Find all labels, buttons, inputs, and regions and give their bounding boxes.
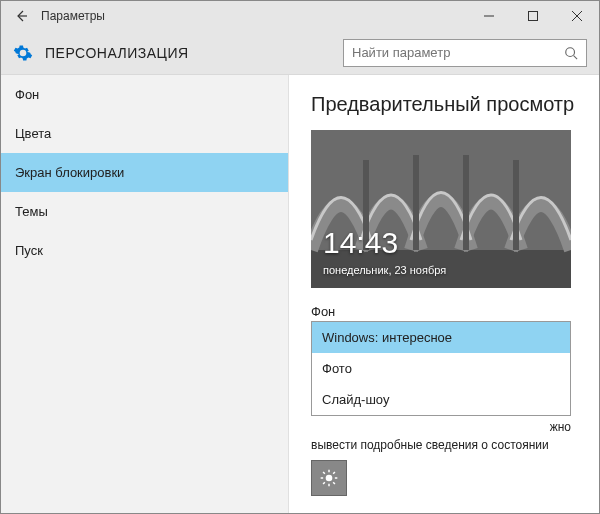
svg-line-15: [323, 482, 325, 484]
minimize-button[interactable]: [467, 1, 511, 31]
header-title: ПЕРСОНАЛИЗАЦИЯ: [45, 45, 189, 61]
sidebar: Фон Цвета Экран блокировки Темы Пуск: [1, 75, 289, 513]
search-box[interactable]: [343, 39, 587, 67]
back-button[interactable]: [1, 8, 41, 24]
svg-point-1: [566, 47, 575, 56]
hint-fragment: жно: [550, 420, 571, 434]
sidebar-item-start[interactable]: Пуск: [1, 231, 288, 270]
status-app-button[interactable]: [311, 460, 347, 496]
svg-rect-0: [529, 12, 538, 21]
close-button[interactable]: [555, 1, 599, 31]
minimize-icon: [484, 11, 494, 21]
preview-time: 14:43: [323, 226, 398, 260]
titlebar: Параметры: [1, 1, 599, 31]
dropdown-option-photo[interactable]: Фото: [312, 353, 570, 384]
search-icon: [564, 46, 578, 60]
sidebar-item-themes[interactable]: Темы: [1, 192, 288, 231]
preview-title: Предварительный просмотр: [311, 93, 577, 116]
hint-text: жно: [311, 420, 571, 434]
window-controls: [467, 1, 599, 31]
hint-text-2: вывести подробные сведения о состоянии: [311, 438, 577, 452]
dropdown-option-slideshow[interactable]: Слайд-шоу: [312, 384, 570, 415]
sidebar-item-colors[interactable]: Цвета: [1, 114, 288, 153]
gear-icon: [13, 43, 33, 63]
dropdown-option-spotlight[interactable]: Windows: интересное: [312, 322, 570, 353]
search-input[interactable]: [352, 45, 564, 60]
svg-point-8: [326, 475, 333, 482]
background-dropdown[interactable]: Windows: интересное Фото Слайд-шоу: [311, 321, 571, 416]
sidebar-item-lockscreen[interactable]: Экран блокировки: [1, 153, 288, 192]
preview-date: понедельник, 23 ноября: [323, 264, 446, 276]
header: ПЕРСОНАЛИЗАЦИЯ: [1, 31, 599, 75]
close-icon: [572, 11, 582, 21]
content: Предварительный просмотр 1: [289, 75, 599, 513]
svg-line-14: [333, 482, 335, 484]
maximize-button[interactable]: [511, 1, 555, 31]
background-label: Фон: [311, 304, 577, 319]
sun-icon: [319, 468, 339, 488]
svg-line-16: [333, 472, 335, 474]
main: Фон Цвета Экран блокировки Темы Пуск Пре…: [1, 75, 599, 513]
maximize-icon: [528, 11, 538, 21]
sidebar-item-background[interactable]: Фон: [1, 75, 288, 114]
svg-line-13: [323, 472, 325, 474]
back-arrow-icon: [13, 8, 29, 24]
window-title: Параметры: [41, 9, 467, 23]
lockscreen-preview: 14:43 понедельник, 23 ноября: [311, 130, 571, 288]
